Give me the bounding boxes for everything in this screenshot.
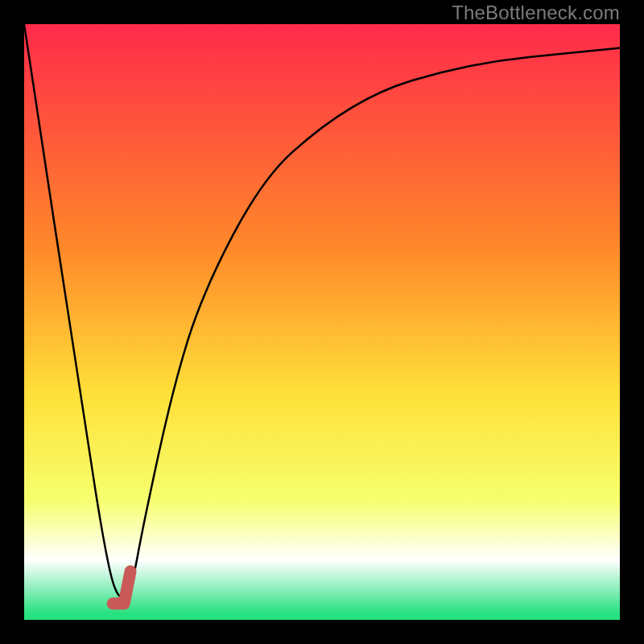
gradient-background — [24, 24, 620, 620]
chart-frame: TheBottleneck.com — [0, 0, 644, 644]
watermark-text: TheBottleneck.com — [452, 2, 620, 24]
plot-area — [24, 24, 620, 620]
chart-svg — [24, 24, 620, 620]
